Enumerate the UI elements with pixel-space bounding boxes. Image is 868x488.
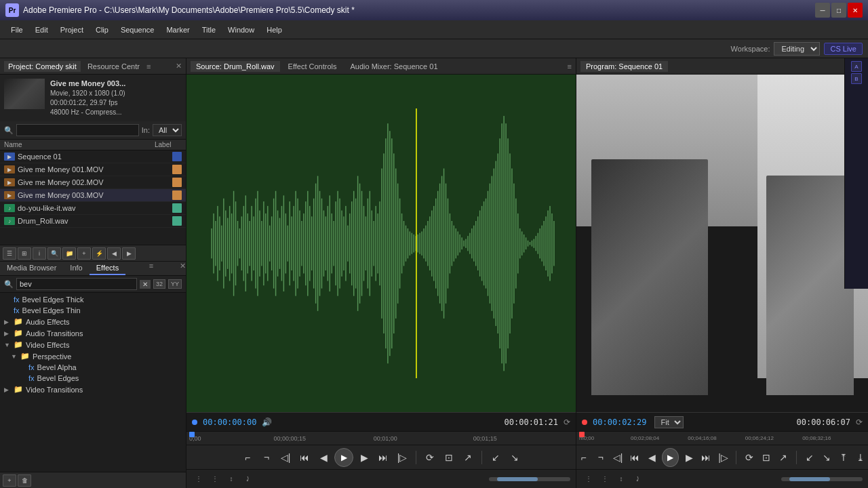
tc-in-point[interactable]: ◁| <box>277 449 294 466</box>
tc-play-stop[interactable]: ▶ <box>334 448 353 467</box>
tree-item-bevel-edges[interactable]: fx Bevel Edges <box>0 373 186 384</box>
panel-menu-icon[interactable]: ≡ <box>146 62 151 70</box>
cs-live-button[interactable]: CS Live <box>824 43 863 55</box>
tree-item-bevel-thick[interactable]: fx Bevel Edges Thick <box>0 294 186 305</box>
effects-search-input[interactable] <box>16 278 137 290</box>
effects-panel-close-icon[interactable]: ✕ <box>180 262 186 275</box>
tc-step-fwd[interactable]: ⏭ <box>375 449 391 466</box>
prog-tc-loop[interactable]: ⟳ <box>742 449 756 466</box>
tree-item-bevel-alpha[interactable]: fx Bevel Alpha <box>0 362 186 373</box>
tc-insert[interactable]: ↙ <box>488 449 504 466</box>
list-item[interactable]: ▶ Give me Money 003.MOV <box>0 189 186 202</box>
menu-marker[interactable]: Marker <box>161 24 195 36</box>
am-btn-1[interactable]: A <box>851 61 862 72</box>
menu-title[interactable]: Title <box>197 24 221 36</box>
new-custom-bin-btn[interactable]: + <box>3 474 16 487</box>
automate-btn[interactable]: ⚡ <box>92 247 106 260</box>
volume-icon[interactable]: 🔊 <box>262 418 272 427</box>
list-item[interactable]: ▶ Give me Money 002.MOV <box>0 176 186 189</box>
tc-prev-frame[interactable]: ◀ <box>315 449 332 466</box>
bt-btn-4[interactable]: ⤸ <box>241 472 254 486</box>
am-btn-2[interactable]: B <box>851 73 862 84</box>
source-zoom-handle[interactable] <box>497 477 538 481</box>
effects-32bit-btn[interactable]: 32 <box>153 279 165 289</box>
search-tb-btn[interactable]: 🔍 <box>47 247 61 260</box>
tree-item-perspective[interactable]: ▼ 📁 Perspective <box>0 350 186 362</box>
prog-tc-trim-in[interactable]: ↙ <box>802 449 816 466</box>
metadata-btn[interactable]: i <box>33 247 46 260</box>
tree-item-audio-effects[interactable]: ▶ 📁 Audio Effects <box>0 316 186 327</box>
tree-item-audio-transitions[interactable]: ▶ 📁 Audio Transitions <box>0 327 186 339</box>
panel-close-icon[interactable]: ✕ <box>176 62 182 70</box>
minimize-button[interactable]: ─ <box>815 3 830 18</box>
prog-tc-prev-frame[interactable]: ◀ <box>645 449 659 466</box>
tc-step-back[interactable]: ⏮ <box>296 449 313 466</box>
tab-resource[interactable]: Resource Centr <box>83 61 144 72</box>
loop-icon[interactable]: ⟳ <box>564 418 570 427</box>
program-fit-select[interactable]: Fit <box>654 416 684 428</box>
tc-next-frame[interactable]: ▶ <box>356 449 372 466</box>
list-item[interactable]: ♪ do-you-like-it.wav <box>0 202 186 215</box>
list-view-btn[interactable]: ☰ <box>3 247 16 260</box>
bt-btn-1[interactable]: ⋮ <box>192 472 205 486</box>
source-timeline-ruler[interactable]: 0;00 00;00;00;15 00;01;00 00;01;15 <box>186 431 576 445</box>
prog-tc-extract[interactable]: ⤓ <box>854 449 868 466</box>
prog-bt-btn-1[interactable]: ⋮ <box>582 472 595 486</box>
source-current-time[interactable]: 00:00:00:00 <box>203 418 256 427</box>
list-item[interactable]: ▶ Give me Money 001.MOV <box>0 163 186 176</box>
effects-search-clear[interactable]: ✕ <box>140 280 151 289</box>
tab-effects[interactable]: Effects <box>90 262 125 275</box>
prog-tc-next-frame[interactable]: ▶ <box>682 449 696 466</box>
prog-tc-output[interactable]: ↗ <box>776 449 791 466</box>
tc-mark-in[interactable]: ⌐ <box>239 449 256 466</box>
menu-help[interactable]: Help <box>261 24 288 36</box>
close-button[interactable]: ✕ <box>848 3 863 18</box>
maximize-button[interactable]: □ <box>831 3 846 18</box>
source-panel-menu-icon[interactable]: ≡ <box>568 62 572 70</box>
prog-tc-out-point[interactable]: |▷ <box>716 449 730 466</box>
tc-output[interactable]: ↗ <box>460 449 476 466</box>
tree-item-bevel-thin[interactable]: fx Bevel Edges Thin <box>0 305 186 316</box>
tab-effect-controls[interactable]: Effect Controls <box>283 61 342 72</box>
tab-program[interactable]: Program: Sequence 01 <box>580 61 668 72</box>
tc-loop[interactable]: ⟳ <box>422 449 438 466</box>
project-search-input[interactable] <box>16 124 139 136</box>
tab-source[interactable]: Source: Drum_Roll.wav <box>191 61 280 72</box>
tab-info[interactable]: Info <box>63 262 89 275</box>
delete-effect-btn[interactable]: 🗑 <box>18 474 31 487</box>
tc-safe-margins[interactable]: ⊡ <box>441 449 457 466</box>
in-select[interactable]: All <box>153 124 182 136</box>
prog-bt-btn-4[interactable]: ⤸ <box>631 472 644 486</box>
bt-btn-3[interactable]: ↕ <box>224 472 238 486</box>
find-btn[interactable]: ◀ <box>107 247 121 260</box>
new-item-btn[interactable]: + <box>77 247 91 260</box>
effects-panel-menu-icon[interactable]: ≡ <box>149 262 153 275</box>
program-loop-icon[interactable]: ⟳ <box>856 418 863 427</box>
tree-item-video-effects[interactable]: ▼ 📁 Video Effects <box>0 339 186 350</box>
prog-bt-btn-2[interactable]: ⋮ <box>598 472 612 486</box>
workspace-select[interactable]: Editing <box>774 42 820 56</box>
program-timeline-ruler[interactable]: m0;00 00;02;08;04 00;04;16;08 00;06;24;1… <box>576 431 868 445</box>
tab-audio-mixer[interactable]: Audio Mixer: Sequence 01 <box>345 61 443 72</box>
tree-item-video-transitions[interactable]: ▶ 📁 Video Transitions <box>0 384 186 395</box>
prog-tc-mark-out[interactable]: ¬ <box>593 449 608 466</box>
tab-media-browser[interactable]: Media Browser <box>0 262 63 275</box>
prog-tc-mark-in[interactable]: ⌐ <box>576 449 591 466</box>
program-zoom-handle[interactable] <box>789 477 830 481</box>
prog-tc-step-fwd[interactable]: ⏭ <box>699 449 713 466</box>
menu-project[interactable]: Project <box>55 24 89 36</box>
prog-bt-btn-3[interactable]: ↕ <box>614 472 628 486</box>
tc-out-point[interactable]: |▷ <box>394 449 410 466</box>
menu-sequence[interactable]: Sequence <box>115 24 160 36</box>
prog-tc-step-back[interactable]: ⏮ <box>628 449 642 466</box>
tc-overwrite[interactable]: ↘ <box>507 449 523 466</box>
col-name-header[interactable]: Name <box>4 141 155 148</box>
list-item[interactable]: ♪ Drum_Roll.wav <box>0 215 186 228</box>
delete-btn[interactable]: ▶ <box>122 247 136 260</box>
prog-tc-safe[interactable]: ⊡ <box>759 449 773 466</box>
list-item[interactable]: ▶ Sequence 01 <box>0 150 186 163</box>
new-bin-btn[interactable]: 📁 <box>62 247 76 260</box>
tab-project[interactable]: Project: Comedy skit <box>4 61 81 72</box>
menu-edit[interactable]: Edit <box>30 24 54 36</box>
prog-tc-lift[interactable]: ⤒ <box>836 449 850 466</box>
